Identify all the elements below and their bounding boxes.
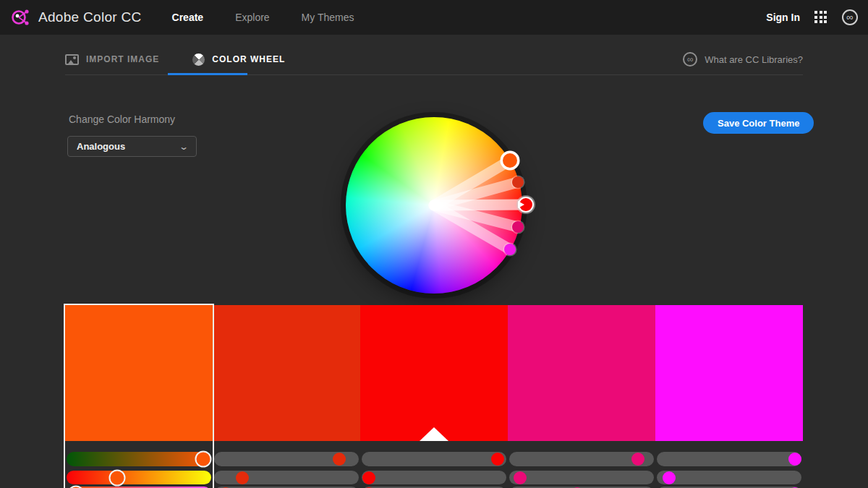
slider-track-r-swatch-2[interactable] bbox=[362, 452, 506, 466]
top-navigation: CreateExploreMy Themes bbox=[172, 12, 354, 23]
slider-handle-g-swatch-0[interactable] bbox=[109, 469, 126, 486]
slider-handle-r-swatch-2[interactable] bbox=[491, 453, 504, 466]
slider-track-g-swatch-4[interactable] bbox=[657, 471, 801, 484]
save-color-theme-button[interactable]: Save Color Theme bbox=[703, 112, 814, 134]
image-icon bbox=[65, 54, 79, 65]
nav-item-create[interactable]: Create bbox=[172, 12, 204, 23]
active-handle-wedge-icon bbox=[518, 201, 524, 208]
slider-handle-g-swatch-4[interactable] bbox=[663, 471, 676, 484]
slider-handle-r-swatch-3[interactable] bbox=[631, 453, 644, 466]
tab-import-image[interactable]: IMPORT IMAGE bbox=[65, 54, 159, 65]
color-swatch-1[interactable] bbox=[213, 305, 360, 441]
adobe-color-logo-icon bbox=[9, 7, 31, 28]
nav-item-explore[interactable]: Explore bbox=[235, 12, 269, 23]
wheel-handle-4[interactable] bbox=[504, 244, 516, 255]
harmony-selected-value: Analogous bbox=[77, 141, 125, 152]
slider-handle-g-swatch-2[interactable] bbox=[362, 471, 375, 484]
tab-import-image-label: IMPORT IMAGE bbox=[86, 54, 159, 64]
harmony-dropdown[interactable]: Analogous ⌄ bbox=[67, 136, 197, 157]
slider-handle-g-swatch-1[interactable] bbox=[236, 471, 249, 484]
nav-item-my-themes[interactable]: My Themes bbox=[302, 12, 354, 23]
slider-track-g-swatch-2[interactable] bbox=[362, 471, 506, 484]
chevron-down-icon: ⌄ bbox=[179, 142, 189, 152]
slider-handle-g-swatch-3[interactable] bbox=[514, 471, 527, 484]
wheel-handle-0[interactable] bbox=[503, 153, 517, 168]
wheel-handle-2[interactable] bbox=[519, 198, 532, 211]
slider-handle-r-swatch-4[interactable] bbox=[788, 453, 801, 466]
color-wheel-icon bbox=[190, 51, 208, 68]
color-swatch-0[interactable] bbox=[65, 305, 213, 441]
sign-in-button[interactable]: Sign In bbox=[766, 12, 800, 23]
app-title: Adobe Color CC bbox=[38, 9, 142, 25]
wheel-handle-3[interactable] bbox=[512, 221, 524, 233]
active-tab-indicator bbox=[168, 73, 247, 75]
tab-color-wheel-label: COLOR WHEEL bbox=[212, 54, 285, 64]
slider-track-r-swatch-0[interactable] bbox=[67, 452, 211, 466]
cc-libraries-link[interactable]: ∞ What are CC Libraries? bbox=[683, 43, 803, 75]
color-swatch-2[interactable] bbox=[360, 305, 508, 441]
swatch-row bbox=[65, 305, 803, 441]
wheel-handle-1[interactable] bbox=[512, 176, 524, 188]
creative-cloud-outline-icon: ∞ bbox=[683, 52, 697, 67]
slider-track-g-swatch-3[interactable] bbox=[509, 471, 654, 484]
slider-track-g-swatch-0[interactable] bbox=[67, 471, 211, 484]
color-wheel[interactable] bbox=[346, 117, 522, 294]
slider-track-r-swatch-4[interactable] bbox=[657, 452, 801, 466]
creative-cloud-icon[interactable]: ∞ bbox=[842, 9, 858, 25]
harmony-label: Change Color Harmony bbox=[69, 114, 175, 125]
tab-color-wheel[interactable]: COLOR WHEEL bbox=[192, 53, 285, 66]
slider-handle-r-swatch-1[interactable] bbox=[333, 453, 346, 466]
cc-libraries-link-label: What are CC Libraries? bbox=[705, 54, 803, 65]
color-swatch-4[interactable] bbox=[655, 305, 803, 441]
color-swatch-3[interactable] bbox=[508, 305, 655, 441]
top-app-bar: Adobe Color CC CreateExploreMy Themes Si… bbox=[0, 0, 868, 35]
app-grid-icon[interactable] bbox=[814, 11, 827, 24]
adobe-color-logo[interactable]: Adobe Color CC bbox=[0, 7, 142, 28]
slider-handle-r-swatch-0[interactable] bbox=[195, 451, 212, 468]
